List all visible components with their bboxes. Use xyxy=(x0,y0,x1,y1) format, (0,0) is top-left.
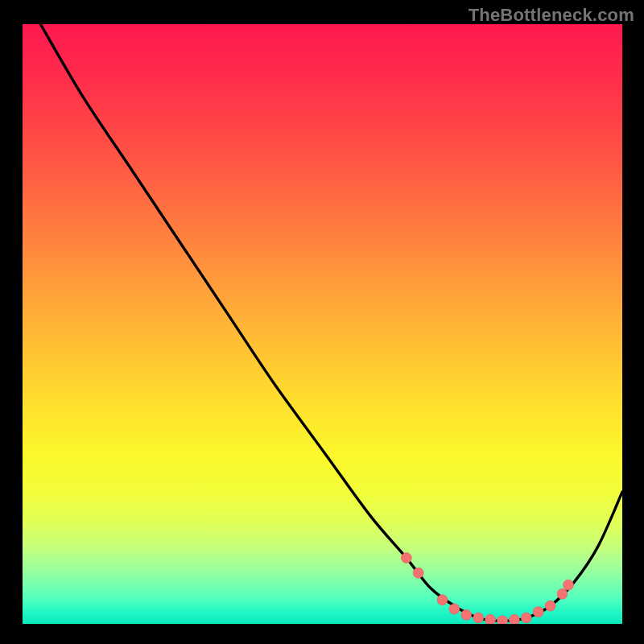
bottleneck-curve xyxy=(40,24,622,621)
plot-area xyxy=(23,24,622,624)
marker-dot xyxy=(564,580,574,590)
marker-group xyxy=(401,553,573,625)
marker-dot xyxy=(437,595,448,605)
watermark-text: TheBottleneck.com xyxy=(469,5,634,26)
curve-layer xyxy=(23,24,622,624)
marker-dot xyxy=(413,568,423,578)
marker-dot xyxy=(509,614,519,624)
marker-dot xyxy=(449,604,460,614)
marker-dot xyxy=(533,607,543,617)
marker-dot xyxy=(557,588,568,599)
marker-dot xyxy=(401,553,411,564)
marker-dot xyxy=(485,614,496,624)
marker-dot xyxy=(497,616,508,624)
marker-dot xyxy=(461,609,472,620)
marker-dot xyxy=(545,601,555,611)
chart-frame: TheBottleneck.com xyxy=(0,0,644,644)
marker-dot xyxy=(521,613,531,623)
marker-dot xyxy=(473,613,484,623)
